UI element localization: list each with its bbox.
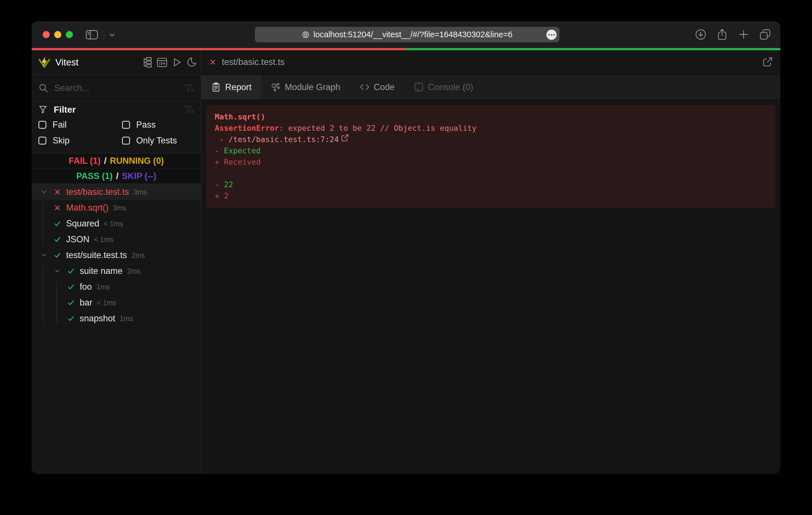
test-duration: 3ms — [113, 204, 126, 212]
main-panel: test/basic.test.ts Report Module Graph C… — [201, 50, 780, 474]
checkbox-only-tests[interactable] — [122, 137, 130, 145]
summary-row-1: FAIL (1) / RUNNING (0) — [32, 154, 201, 169]
test-duration: < 1ms — [97, 299, 116, 307]
tab-module-graph[interactable]: Module Graph — [261, 75, 350, 99]
tree-item-test-basic-test-ts[interactable]: test/basic.test.ts 3ms — [32, 184, 201, 200]
sidebar-toggle-icon[interactable] — [85, 29, 98, 41]
check-icon — [67, 315, 75, 322]
new-tab-button[interactable] — [738, 29, 750, 40]
run-all-icon — [171, 57, 182, 68]
test-tree: test/basic.test.ts 3ms Math.sqrt() 3ms S… — [32, 184, 201, 474]
new-tab-icon — [738, 29, 750, 40]
address-bar[interactable]: localhost:51204/__vitest__/#/?file=16484… — [255, 27, 559, 42]
test-duration: 3ms — [133, 188, 147, 196]
open-file-tab[interactable]: test/basic.test.ts — [201, 50, 780, 75]
report-text: : expected 2 to be 22 // Object.is equal… — [279, 123, 476, 134]
sidebar-header: Vitest — [32, 50, 201, 75]
report-text: + Received — [215, 156, 261, 168]
running-count: RUNNING (0) — [110, 156, 164, 166]
chevron-down-icon[interactable] — [109, 31, 116, 39]
filter-option: Only Tests — [122, 133, 194, 149]
dashboard-icon — [156, 57, 168, 68]
test-summary: FAIL (1) / RUNNING (0) PASS (1) / SKIP (… — [32, 154, 201, 184]
checkbox-pass[interactable] — [122, 121, 130, 129]
report-line: - /test/basic.test.ts:7:24 — [215, 134, 767, 145]
traffic-lights — [43, 31, 73, 38]
test-duration: 1ms — [96, 283, 110, 291]
close-file-icon[interactable] — [209, 58, 217, 66]
downloads-button[interactable] — [695, 29, 706, 40]
titlebar-actions — [695, 29, 771, 40]
tree-item-squared[interactable]: Squared < 1ms — [32, 216, 201, 232]
fail-count: FAIL (1) — [69, 156, 100, 166]
zoom-window-button[interactable] — [66, 31, 73, 38]
globe-icon — [302, 31, 310, 39]
titlebar-divider — [104, 29, 104, 40]
open-in-editor-icon[interactable] — [762, 57, 773, 68]
test-duration: 1ms — [120, 314, 133, 323]
tab-console-0-[interactable]: Console (0) — [404, 75, 483, 99]
test-duration: 2ms — [132, 251, 145, 260]
checkbox-fail[interactable] — [38, 121, 46, 129]
vitest-logo-icon — [38, 56, 51, 69]
report-text: - 22 — [215, 179, 233, 190]
tree-guide-line — [57, 281, 57, 324]
external-link-small-icon — [341, 134, 349, 142]
search-row — [32, 75, 201, 102]
pass-count: PASS (1) — [76, 171, 113, 181]
open-file-name: test/basic.test.ts — [222, 57, 285, 67]
tab-report[interactable]: Report — [201, 75, 261, 99]
report-text: - Expected — [215, 145, 261, 156]
module-graph-icon — [271, 82, 281, 92]
tab-overview-button[interactable] — [759, 29, 771, 40]
filter-title: Filter — [54, 104, 178, 115]
app-title: Vitest — [55, 57, 79, 68]
tree-guide-line — [43, 202, 44, 245]
close-window-button[interactable] — [43, 31, 50, 38]
share-icon — [716, 29, 728, 40]
tab-code[interactable]: Code — [350, 75, 404, 99]
tree-item-suite-name[interactable]: suite name 2ms — [32, 263, 201, 279]
downloads-icon — [695, 29, 706, 40]
clear-search-filter-icon[interactable] — [184, 83, 194, 93]
error-report-panel: Math.sqrt()AssertionError: expected 2 to… — [206, 105, 776, 208]
minimize-window-button[interactable] — [54, 31, 61, 38]
test-duration: 2ms — [127, 267, 140, 275]
report-line — [215, 168, 767, 179]
tab-overview-icon — [759, 29, 771, 40]
run-all-button[interactable] — [171, 57, 182, 68]
test-progress-bar — [32, 48, 780, 50]
filter-option: Fail — [38, 117, 122, 133]
report-text: Math.sqrt() — [215, 111, 265, 123]
tree-item-json[interactable]: JSON < 1ms — [32, 232, 201, 247]
test-duration: < 1ms — [94, 236, 114, 244]
check-icon — [67, 267, 75, 275]
clear-filter-icon[interactable] — [184, 104, 194, 115]
report-line: + Received — [215, 156, 767, 168]
search-input[interactable] — [54, 83, 178, 93]
report-text[interactable]: - /test/basic.test.ts:7:24 — [215, 134, 339, 145]
report-icon — [211, 82, 221, 92]
page-menu-button[interactable] — [546, 30, 557, 40]
dark-mode-button[interactable] — [186, 57, 197, 68]
sidebar: Vitest Filter — [32, 50, 201, 474]
tree-view-button[interactable] — [142, 57, 153, 68]
report-line: AssertionError: expected 2 to be 22 // O… — [215, 123, 767, 134]
progress-segment-0 — [32, 48, 406, 50]
tree-item-test-suite-test-ts[interactable]: test/suite.test.ts 2ms — [32, 247, 201, 263]
share-button[interactable] — [716, 29, 728, 40]
check-icon — [67, 299, 75, 306]
dashboard-button[interactable] — [156, 57, 168, 68]
checkbox-skip[interactable] — [38, 137, 46, 145]
report-content: Math.sqrt()AssertionError: expected 2 to… — [201, 100, 780, 474]
report-line: Math.sqrt() — [215, 111, 767, 123]
tree-item-math-sqrt-[interactable]: Math.sqrt() 3ms — [32, 200, 201, 216]
code-icon — [360, 82, 370, 92]
browser-titlebar: localhost:51204/__vitest__/#/?file=16484… — [32, 21, 780, 48]
filter-option: Pass — [122, 117, 194, 133]
stack-open-link[interactable] — [339, 134, 349, 145]
check-icon — [54, 220, 61, 227]
chevron-icon — [41, 189, 47, 195]
filter-icon — [38, 105, 48, 114]
browser-window: localhost:51204/__vitest__/#/?file=16484… — [32, 21, 780, 474]
